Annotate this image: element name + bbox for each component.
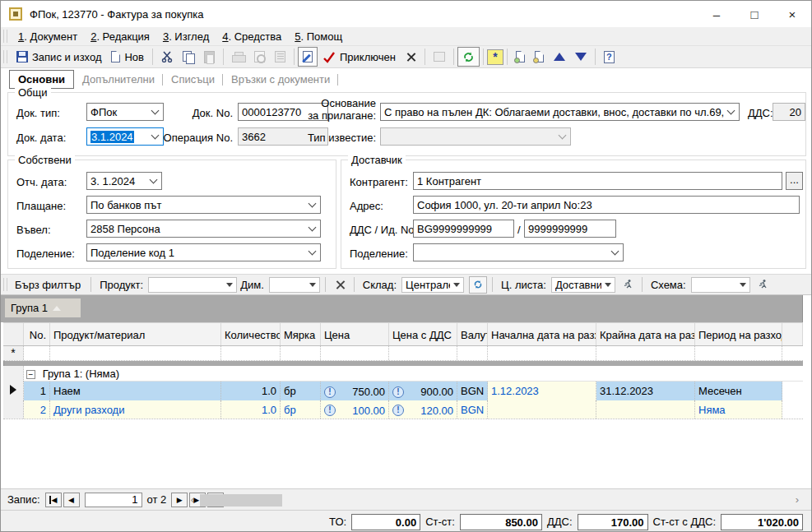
- report-date-combo[interactable]: 3. 1.2024: [86, 172, 162, 190]
- col-start-date[interactable]: Начална дата на разхода: [488, 323, 596, 345]
- row-selector[interactable]: [3, 400, 24, 419]
- col-no[interactable]: No.: [24, 323, 50, 345]
- quick-filter-bar: Бърз филтър Продукт: Дим. Склад: Централ…: [1, 274, 811, 295]
- record-position-input[interactable]: [85, 493, 142, 507]
- horizontal-scrollbar[interactable]: ‹ ›: [187, 493, 803, 507]
- attachments-button[interactable]: [270, 47, 290, 67]
- trade-discount-label: ТО:: [329, 516, 346, 528]
- previous-record-button[interactable]: [549, 47, 570, 67]
- menu-help[interactable]: 5. Помощ: [288, 28, 349, 45]
- entered-by-combo[interactable]: 2858 Персона: [86, 220, 321, 238]
- supplier-division-combo[interactable]: [413, 243, 624, 261]
- payment-combo[interactable]: По банков път: [86, 196, 321, 214]
- vat-id-label: ДДС / Ид. No.: [350, 224, 417, 236]
- prev-record-icon: ◀: [68, 496, 74, 504]
- toolbar-grip[interactable]: [3, 278, 7, 291]
- apply-scheme-button[interactable]: [754, 276, 772, 294]
- menu-edit[interactable]: 2. Редакция: [84, 28, 156, 45]
- vat-rate-input: [773, 103, 805, 121]
- vat-no-input[interactable]: [413, 220, 514, 238]
- chevron-down-icon: [309, 224, 317, 232]
- tab-spisaci[interactable]: Списъци: [163, 71, 223, 88]
- dimension-filter-combo[interactable]: [269, 277, 320, 293]
- warehouse-combo[interactable]: Централе: [401, 277, 464, 293]
- scroll-right-icon[interactable]: ›: [791, 493, 803, 507]
- app-window: ФПок, 123770 - Фактура за покупка – □ × …: [0, 0, 812, 532]
- menu-tools[interactable]: 4. Средства: [216, 28, 288, 45]
- notice-type-combo[interactable]: [380, 127, 571, 146]
- print-button[interactable]: [227, 47, 249, 67]
- dropdown-arrow-icon: [309, 283, 316, 287]
- chevron-down-icon: [611, 247, 619, 256]
- finalize-button[interactable]: Приключен: [318, 47, 401, 67]
- col-product[interactable]: Продукт/материал: [50, 323, 221, 345]
- table-row[interactable]: 2 Други разходи 1.0 бр !100.00 !120.00 B…: [3, 400, 803, 419]
- current-row-selector[interactable]: [3, 382, 24, 400]
- paste-button[interactable]: [199, 47, 220, 67]
- counterparty-input[interactable]: [413, 172, 782, 190]
- cut-button[interactable]: [156, 47, 178, 67]
- next-record-button[interactable]: ▶: [171, 493, 188, 507]
- product-cell[interactable]: Други разходи: [50, 400, 221, 419]
- scrollbar-thumb[interactable]: [200, 494, 282, 507]
- x-icon: [406, 52, 416, 62]
- minimize-button[interactable]: –: [698, 1, 735, 27]
- menu-document[interactable]: 1. Документ: [12, 28, 84, 45]
- save-and-exit-button[interactable]: Запис и изход: [12, 47, 106, 67]
- next-record-button[interactable]: [570, 47, 592, 67]
- special-function-button[interactable]: *: [487, 49, 503, 65]
- vat-total-value: 170.00: [578, 514, 648, 530]
- scheme-combo[interactable]: [691, 277, 750, 293]
- doc-type-combo[interactable]: ФПок: [86, 103, 164, 121]
- price-list-combo[interactable]: Доставни: [551, 277, 615, 293]
- clear-filter-button[interactable]: [331, 276, 349, 294]
- col-quantity[interactable]: Количество: [221, 323, 281, 345]
- template-document-button[interactable]: [530, 47, 549, 67]
- basis-combo[interactable]: С право на пълен ДК: Облагаеми доставки,…: [380, 103, 740, 121]
- toolbar-grip[interactable]: [3, 30, 7, 43]
- col-currency[interactable]: Валута: [457, 323, 488, 345]
- cancel-finalize-button[interactable]: [401, 47, 421, 67]
- toolbar-grip[interactable]: [3, 50, 7, 63]
- group-row[interactable]: − Група 1: (Няма): [3, 366, 803, 382]
- id-no-input[interactable]: [524, 220, 616, 238]
- product-filter-combo[interactable]: [148, 277, 237, 293]
- edit-document-button[interactable]: [298, 47, 318, 67]
- col-end-date[interactable]: Крайна дата на разход: [596, 323, 695, 345]
- col-price-vat[interactable]: Цена с ДДС: [389, 323, 457, 345]
- apply-price-list-button[interactable]: [619, 276, 637, 294]
- warehouse-refresh-button[interactable]: [469, 276, 487, 294]
- notes-button[interactable]: [429, 47, 450, 67]
- copy-button[interactable]: [178, 47, 199, 67]
- help-icon: ?: [604, 51, 615, 63]
- col-period[interactable]: Период на разхода: [695, 323, 782, 345]
- collapse-group-button[interactable]: −: [26, 370, 35, 379]
- group-tab[interactable]: Група 1: [5, 298, 81, 317]
- basis-label: Основание: [306, 97, 376, 109]
- col-unit[interactable]: Мярка: [281, 323, 321, 345]
- help-button[interactable]: ?: [599, 47, 619, 67]
- tab-dopalnitelni[interactable]: Допълнителни: [74, 71, 163, 88]
- first-record-button[interactable]: ◀: [45, 493, 62, 507]
- division-combo[interactable]: Поделение код 1: [86, 243, 321, 261]
- prev-record-button[interactable]: ◀: [63, 493, 80, 507]
- counterparty-browse-button[interactable]: ...: [786, 172, 803, 190]
- col-price[interactable]: Цена: [321, 323, 389, 345]
- address-input[interactable]: [413, 196, 800, 214]
- table-row[interactable]: 1 Наем 1.0 бр !750.00 !900.00 BGN 1.12.2…: [3, 382, 803, 400]
- print-preview-button[interactable]: [249, 47, 270, 67]
- copy-document-button[interactable]: [511, 47, 530, 67]
- maximize-button[interactable]: □: [735, 1, 773, 27]
- new-document-button[interactable]: Нов: [106, 47, 149, 67]
- tab-vrazki[interactable]: Връзки с документи: [223, 71, 338, 88]
- refresh-icon: [462, 51, 475, 63]
- run-icon: [757, 279, 768, 290]
- scroll-left-icon[interactable]: ‹: [187, 493, 198, 507]
- menu-view[interactable]: 3. Изглед: [156, 28, 216, 45]
- new-record-row[interactable]: *: [3, 346, 803, 361]
- doc-date-combo[interactable]: 3.1.2024: [86, 127, 164, 146]
- close-button[interactable]: ×: [773, 1, 811, 27]
- refresh-button[interactable]: [457, 47, 480, 67]
- product-cell[interactable]: Наем: [50, 382, 221, 400]
- save-icon: [16, 51, 28, 62]
